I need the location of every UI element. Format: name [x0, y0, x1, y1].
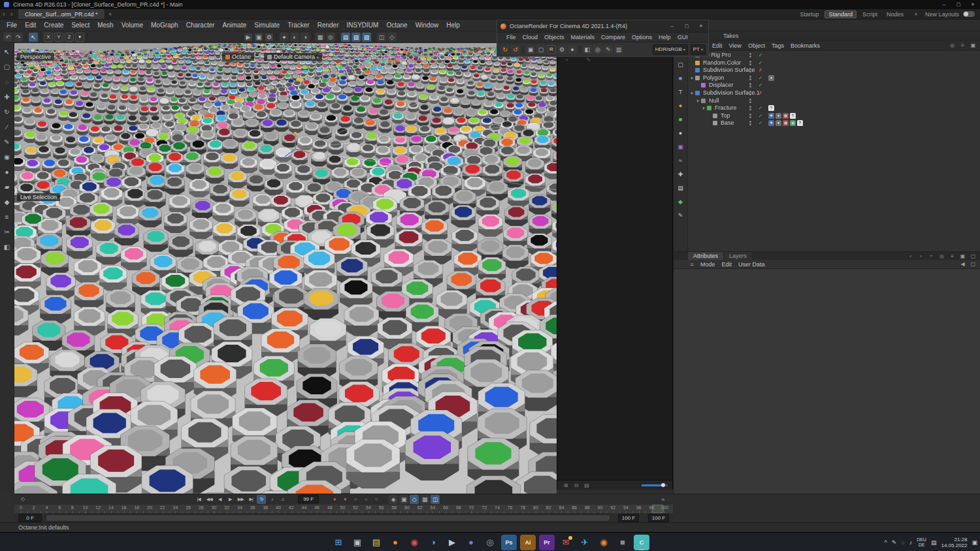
lock-resolution-icon[interactable]: ▣ [526, 45, 535, 54]
keying-settings-icon[interactable]: ▣ [399, 495, 408, 504]
new-layouts-toggle[interactable] [963, 11, 975, 17]
question-tag-icon[interactable]: ? [768, 105, 774, 111]
layout-tab-standard[interactable]: Standard [825, 10, 857, 18]
language-indicator[interactable]: DEU DE [917, 537, 926, 547]
clay-mode-icon[interactable]: ● [568, 45, 577, 54]
rectangle-selection-icon[interactable]: ▢ [3, 62, 12, 71]
floor-icon[interactable]: ▦ [316, 33, 325, 42]
visibility-dots[interactable] [749, 121, 751, 125]
media-app-icon[interactable]: ▶ [444, 535, 460, 550]
tray-volume-icon[interactable]: ♪ [909, 539, 913, 546]
visibility-dot[interactable] [749, 93, 751, 95]
sphere-object-icon[interactable]: ● [676, 129, 685, 137]
phong-tag-icon[interactable]: ● [776, 120, 781, 126]
layout-grid-2-icon[interactable]: ⊟ [572, 480, 581, 490]
axis-tag-icon[interactable]: ✚ [768, 113, 774, 119]
texture-tag-icon[interactable]: ▦ [783, 120, 789, 126]
attr-panel-icon[interactable]: ▢ [970, 260, 977, 268]
expand-arrow-icon[interactable]: ▾ [689, 74, 694, 82]
visibility-dot[interactable] [749, 68, 751, 70]
visibility-dot[interactable] [749, 108, 751, 110]
menu-mograph[interactable]: MoGraph [147, 22, 182, 29]
enabled-check-icon[interactable]: ✓ [757, 74, 764, 82]
pause-render-icon[interactable]: ↺ [511, 45, 520, 54]
om-menu-view[interactable]: View [726, 42, 745, 49]
clock[interactable]: 21:28 14.05.2022 [941, 537, 967, 548]
notification-icon[interactable]: ▣ [972, 539, 977, 546]
material-mode-icon[interactable]: ◐ [290, 33, 299, 42]
attr-menu-user-data[interactable]: User Data [735, 261, 768, 268]
pen-icon[interactable]: ✎ [676, 211, 685, 219]
enabled-check-icon[interactable]: ✓ [757, 82, 764, 89]
disabled-cross-icon[interactable]: ✗ [757, 67, 764, 74]
illustrator-icon[interactable]: Ai [520, 535, 536, 550]
attr-filter-icon[interactable]: ≡ [949, 253, 956, 260]
question-tag-icon[interactable]: ? [790, 113, 796, 119]
om-menu-bookmarks[interactable]: Bookmarks [787, 42, 823, 49]
goto-start-icon[interactable]: |◀ [194, 495, 203, 504]
attr-forward-icon[interactable]: › [917, 253, 924, 260]
visibility-dot[interactable] [749, 123, 751, 125]
attr-arrow-left-icon[interactable]: ◀ [959, 260, 966, 268]
menu-octane[interactable]: Octane [382, 22, 411, 29]
prev-frame-icon[interactable]: ◀ [215, 495, 224, 504]
record-keyframe-icon[interactable]: ● [330, 495, 339, 504]
menu-select[interactable]: Select [67, 22, 93, 29]
enabled-check-icon[interactable]: ✓ [757, 119, 764, 127]
burger-icon[interactable]: ≡ [688, 261, 696, 268]
menu-help[interactable]: Help [442, 22, 464, 29]
tab-layers[interactable]: Layers [724, 252, 752, 260]
object-icon[interactable] [701, 83, 706, 87]
phong-tag-icon[interactable]: ● [768, 75, 774, 81]
attr-float-icon[interactable]: ▢ [970, 253, 977, 260]
start-button-icon[interactable]: ⊞ [331, 535, 346, 550]
axis-y-lock-icon[interactable]: Y [54, 33, 63, 42]
smudge-tool-icon[interactable]: ◆ [3, 197, 12, 206]
render-progress-slider[interactable] [642, 484, 668, 486]
premiere-icon[interactable]: Pr [539, 535, 555, 550]
visibility-dots[interactable] [749, 53, 751, 57]
layout-tab-nodes[interactable]: Nodes [883, 10, 907, 18]
add-layout-button[interactable]: + [911, 11, 921, 18]
object-icon[interactable] [695, 76, 700, 80]
cinema4d-icon[interactable]: C [634, 535, 649, 550]
select-tool-icon[interactable]: ↖ [29, 33, 38, 42]
rotate-tool-icon[interactable]: ↻ [3, 107, 12, 116]
layout-grid-3-icon[interactable]: ▤ [582, 480, 591, 490]
visibility-dot[interactable] [749, 99, 751, 101]
lasso-selection-icon[interactable]: ◌ [3, 77, 12, 86]
loop-playback-icon[interactable]: ↻ [257, 495, 266, 504]
save-image-icon[interactable]: ▥ [614, 45, 623, 54]
visibility-dot[interactable] [749, 114, 751, 116]
pen-tool-icon[interactable]: ✎ [3, 137, 12, 146]
layout-tab-startup[interactable]: Startup [796, 10, 822, 18]
render-region-icon[interactable]: ▢ [536, 45, 546, 54]
autokeying-icon[interactable]: ● [340, 495, 350, 504]
expand-arrow-icon[interactable]: ▾ [701, 104, 706, 112]
object-icon[interactable] [713, 114, 717, 118]
viewport[interactable]: Perspective Octane Default Camera ▾ Live… [14, 43, 557, 494]
attr-up-icon[interactable]: ^ [928, 253, 935, 260]
visibility-dots[interactable] [749, 76, 751, 80]
layout-tab-script[interactable]: Script [859, 10, 881, 18]
spline-icon[interactable]: ≈ [676, 156, 685, 165]
view-mode-label[interactable]: Perspective [17, 53, 54, 61]
octane-menu-file[interactable]: File [503, 34, 519, 40]
chrome-icon[interactable]: ◉ [406, 535, 422, 550]
mograph-cube-icon[interactable]: ■ [676, 115, 685, 123]
object-label[interactable]: Fracture [715, 104, 737, 112]
zbrush-icon[interactable]: ■ [615, 535, 630, 550]
visibility-dot[interactable] [749, 53, 751, 55]
tag-icon[interactable]: ▣ [676, 142, 685, 151]
enabled-check-icon[interactable]: ✓ [757, 104, 764, 112]
display-tag-icon[interactable]: ◉ [790, 120, 796, 126]
takes-bar[interactable]: Takes [674, 31, 980, 40]
om-filter-icon[interactable]: ≡ [959, 42, 966, 49]
texture-tag-icon[interactable]: ▦ [783, 113, 789, 119]
object-label[interactable]: Subdivision Surface [703, 67, 755, 74]
move-tool-icon[interactable]: ✚ [3, 92, 12, 101]
visibility-dots[interactable] [749, 61, 751, 65]
visibility-dot[interactable] [749, 63, 751, 65]
visibility-dot[interactable] [749, 76, 751, 78]
menu-render[interactable]: Render [314, 22, 343, 29]
